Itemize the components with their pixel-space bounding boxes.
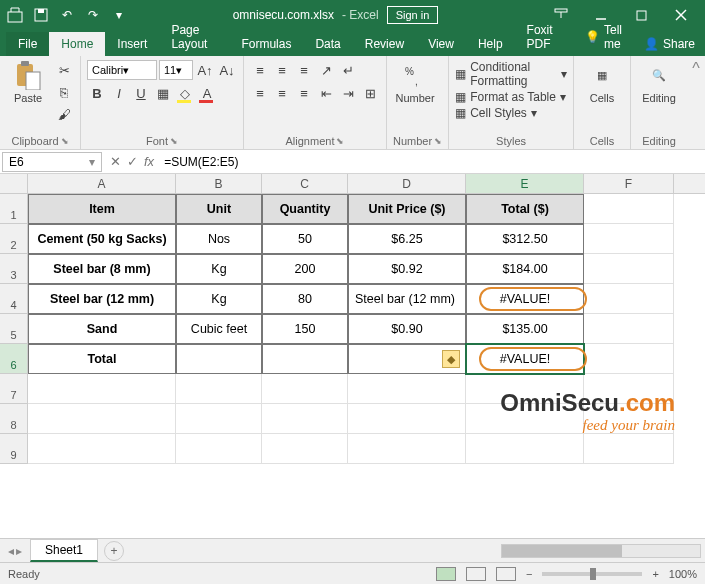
close-icon[interactable] [661, 0, 701, 30]
cell[interactable] [176, 404, 262, 434]
error-warning-icon[interactable]: ◆ [442, 350, 460, 368]
cell[interactable] [348, 434, 466, 464]
cell[interactable]: #VALUE! [466, 284, 584, 314]
cell[interactable]: Kg [176, 284, 262, 314]
format-painter-icon[interactable]: 🖌 [54, 104, 74, 124]
cells-button[interactable]: ▦Cells [580, 60, 624, 104]
tab-formulas[interactable]: Formulas [229, 32, 303, 56]
cell-styles-button[interactable]: ▦Cell Styles ▾ [455, 106, 567, 120]
cell[interactable] [28, 434, 176, 464]
normal-view-icon[interactable] [436, 567, 456, 581]
enter-formula-icon[interactable]: ✓ [127, 154, 138, 169]
sheet-nav-next-icon[interactable]: ▸ [16, 544, 22, 558]
cell[interactable]: Steel bar (12 mm) [28, 284, 176, 314]
tab-home[interactable]: Home [49, 32, 105, 56]
cell[interactable] [584, 194, 674, 224]
autosave-icon[interactable] [4, 4, 26, 26]
cell[interactable]: $0.92 [348, 254, 466, 284]
cell[interactable]: Quantity [262, 194, 348, 224]
launcher-icon[interactable]: ⬊ [434, 136, 442, 146]
cell[interactable]: $0.90 [348, 314, 466, 344]
cell[interactable]: Nos [176, 224, 262, 254]
cell[interactable]: 200 [262, 254, 348, 284]
zoom-out-icon[interactable]: − [526, 568, 532, 580]
redo-icon[interactable]: ↷ [82, 4, 104, 26]
sheet-tab[interactable]: Sheet1 [30, 539, 98, 562]
row-header-8[interactable]: 8 [0, 404, 28, 434]
fill-color-button[interactable]: ◇ [175, 83, 195, 103]
paste-button[interactable]: Paste [6, 60, 50, 104]
col-header-c[interactable]: C [262, 174, 348, 193]
cell[interactable] [348, 404, 466, 434]
col-header-b[interactable]: B [176, 174, 262, 193]
cell[interactable]: Cement (50 kg Sacks) [28, 224, 176, 254]
cell[interactable]: Item [28, 194, 176, 224]
font-color-button[interactable]: A [197, 83, 217, 103]
zoom-in-icon[interactable]: + [652, 568, 658, 580]
cell[interactable]: Steel bar (8 mm) [28, 254, 176, 284]
cancel-formula-icon[interactable]: ✕ [110, 154, 121, 169]
undo-icon[interactable]: ↶ [56, 4, 78, 26]
align-center-icon[interactable]: ≡ [272, 83, 292, 103]
cell[interactable] [262, 434, 348, 464]
cell[interactable] [262, 344, 348, 374]
cell[interactable]: Cubic feet [176, 314, 262, 344]
copy-icon[interactable]: ⎘ [54, 82, 74, 102]
increase-font-icon[interactable]: A↑ [195, 60, 215, 80]
fx-icon[interactable]: fx [144, 154, 154, 169]
row-header-6[interactable]: 6 [0, 344, 28, 374]
cell[interactable]: Kg [176, 254, 262, 284]
collapse-ribbon-icon[interactable]: ^ [687, 56, 705, 149]
cell[interactable] [28, 404, 176, 434]
name-box[interactable]: E6▾ [2, 152, 102, 172]
italic-button[interactable]: I [109, 83, 129, 103]
decrease-font-icon[interactable]: A↓ [217, 60, 237, 80]
align-left-icon[interactable]: ≡ [250, 83, 270, 103]
format-as-table-button[interactable]: ▦Format as Table ▾ [455, 90, 567, 104]
number-button[interactable]: %, Number [393, 60, 437, 104]
cut-icon[interactable]: ✂ [54, 60, 74, 80]
cell[interactable]: 50 [262, 224, 348, 254]
qat-dropdown-icon[interactable]: ▾ [108, 4, 130, 26]
cell[interactable] [584, 284, 674, 314]
row-header-7[interactable]: 7 [0, 374, 28, 404]
tab-file[interactable]: File [6, 32, 49, 56]
underline-button[interactable]: U [131, 83, 151, 103]
cell[interactable]: Total [28, 344, 176, 374]
tab-help[interactable]: Help [466, 32, 515, 56]
row-header-9[interactable]: 9 [0, 434, 28, 464]
col-header-a[interactable]: A [28, 174, 176, 193]
add-sheet-button[interactable]: + [104, 541, 124, 561]
sheet-nav-prev-icon[interactable]: ◂ [8, 544, 14, 558]
cell[interactable] [466, 434, 584, 464]
cell[interactable]: $135.00 [466, 314, 584, 344]
tab-foxit[interactable]: Foxit PDF [515, 18, 575, 56]
cell[interactable] [176, 434, 262, 464]
col-header-e[interactable]: E [466, 174, 584, 193]
align-right-icon[interactable]: ≡ [294, 83, 314, 103]
page-break-view-icon[interactable] [496, 567, 516, 581]
zoom-slider[interactable] [542, 572, 642, 576]
tab-insert[interactable]: Insert [105, 32, 159, 56]
cell[interactable] [584, 434, 674, 464]
font-size-select[interactable]: 11 ▾ [159, 60, 193, 80]
col-header-d[interactable]: D [348, 174, 466, 193]
save-icon[interactable] [30, 4, 52, 26]
tell-me[interactable]: 💡Tell me [575, 18, 634, 56]
cell[interactable]: Sand [28, 314, 176, 344]
merge-icon[interactable]: ⊞ [360, 83, 380, 103]
cell[interactable] [584, 254, 674, 284]
align-middle-icon[interactable]: ≡ [272, 60, 292, 80]
cell[interactable] [584, 344, 674, 374]
cell[interactable]: Unit Price ($) [348, 194, 466, 224]
row-header-2[interactable]: 2 [0, 224, 28, 254]
cell[interactable]: Steel bar (12 mm) [348, 284, 466, 314]
zoom-level[interactable]: 100% [669, 568, 697, 580]
orientation-icon[interactable]: ↗ [316, 60, 336, 80]
cell[interactable] [262, 374, 348, 404]
indent-left-icon[interactable]: ⇤ [316, 83, 336, 103]
align-bottom-icon[interactable]: ≡ [294, 60, 314, 80]
align-top-icon[interactable]: ≡ [250, 60, 270, 80]
indent-right-icon[interactable]: ⇥ [338, 83, 358, 103]
font-name-select[interactable]: Calibri ▾ [87, 60, 157, 80]
